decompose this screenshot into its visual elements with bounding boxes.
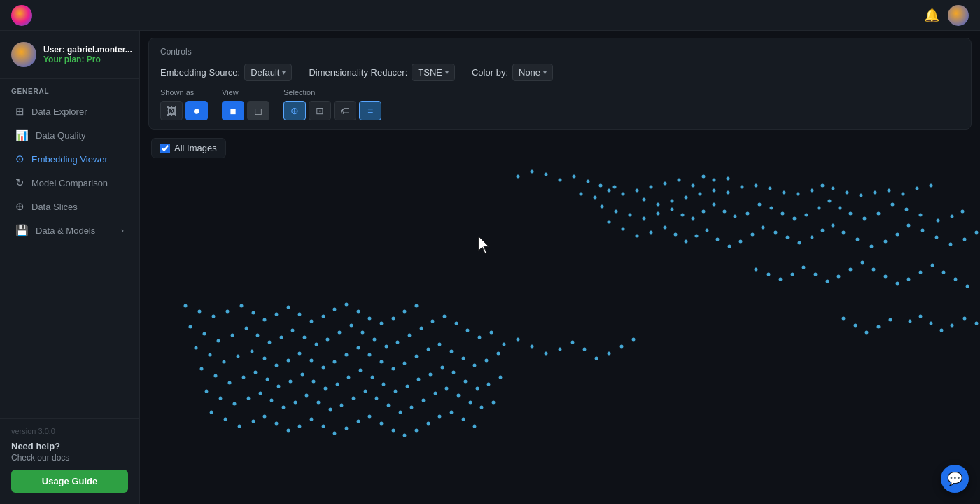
selection-tag-button[interactable]: 🏷 <box>334 101 356 120</box>
svg-point-28 <box>755 184 758 188</box>
svg-point-129 <box>268 341 272 344</box>
svg-point-216 <box>387 404 391 407</box>
svg-point-0 <box>517 175 520 178</box>
sidebar-item-data-models[interactable]: 💾 Data & Models › <box>4 218 135 242</box>
svg-point-169 <box>438 343 442 346</box>
svg-point-47 <box>671 208 674 211</box>
svg-point-130 <box>280 336 284 340</box>
svg-point-12 <box>636 189 639 192</box>
svg-point-121 <box>403 310 407 314</box>
user-avatar[interactable] <box>948 5 969 26</box>
svg-point-125 <box>217 340 220 343</box>
svg-point-144 <box>443 315 447 318</box>
svg-point-233 <box>298 425 302 428</box>
embedding-source-dropdown[interactable]: Default ▾ <box>244 64 292 81</box>
svg-point-26 <box>727 191 730 195</box>
svg-point-182 <box>289 380 293 384</box>
all-images-checkbox[interactable] <box>160 144 170 153</box>
svg-point-180 <box>266 378 270 382</box>
svg-point-6 <box>599 184 603 188</box>
svg-point-190 <box>382 383 386 386</box>
scatter-plot-container[interactable] <box>140 158 980 504</box>
shown-as-group: Shown as 🖼 ● <box>160 88 208 120</box>
svg-point-276 <box>942 271 946 274</box>
svg-point-220 <box>434 392 438 396</box>
help-link[interactable]: Check our docs <box>11 453 128 463</box>
svg-point-135 <box>338 331 342 335</box>
svg-point-115 <box>333 308 337 312</box>
svg-point-245 <box>438 415 442 419</box>
notifications-icon[interactable]: 🔔 <box>924 8 939 23</box>
svg-point-100 <box>949 243 953 246</box>
selection-lasso-button[interactable]: ⊡ <box>309 101 331 120</box>
sidebar-item-data-quality[interactable]: 📊 Data Quality <box>4 123 135 147</box>
view-outline-button[interactable]: □ <box>247 101 270 120</box>
svg-point-70 <box>951 215 954 218</box>
svg-point-109 <box>263 318 267 322</box>
controls-top-row: Embedding Source: Default ▾ Dimensionali… <box>160 64 960 81</box>
svg-point-214 <box>364 390 368 393</box>
shown-as-dot-button[interactable]: ● <box>186 101 208 120</box>
svg-point-40 <box>916 187 919 190</box>
svg-point-136 <box>350 324 354 328</box>
svg-point-13 <box>650 186 653 189</box>
svg-point-251 <box>531 345 534 349</box>
svg-point-268 <box>849 268 853 272</box>
svg-point-65 <box>877 212 881 216</box>
dim-reducer-arrow: ▾ <box>445 69 449 76</box>
svg-point-185 <box>324 387 328 391</box>
model-comparison-icon: ↻ <box>15 176 24 189</box>
svg-point-113 <box>310 320 314 323</box>
svg-point-10 <box>608 189 611 192</box>
svg-point-231 <box>275 422 279 426</box>
selection-zoom-button[interactable]: ⊕ <box>284 101 306 120</box>
shown-as-image-button[interactable]: 🖼 <box>160 101 183 120</box>
svg-point-23 <box>685 196 688 200</box>
svg-point-103 <box>184 304 188 308</box>
chat-button[interactable]: 💬 <box>941 465 969 493</box>
svg-point-172 <box>473 364 477 368</box>
sidebar-item-data-explorer[interactable]: ⊞ Data Explorer <box>4 99 135 123</box>
dim-reducer-dropdown[interactable]: TSNE ▾ <box>412 64 455 81</box>
svg-point-177 <box>228 382 232 385</box>
svg-point-84 <box>751 233 755 237</box>
sidebar-item-model-comparison[interactable]: ↻ Model Comparison <box>4 171 135 195</box>
svg-point-286 <box>842 317 846 321</box>
svg-point-189 <box>371 376 374 379</box>
sidebar-data-models-label: Data & Models <box>36 225 95 236</box>
svg-point-21 <box>657 203 660 206</box>
view-label: View <box>222 88 270 97</box>
data-models-icon: 💾 <box>15 224 29 237</box>
svg-point-215 <box>375 397 379 400</box>
svg-point-49 <box>692 217 695 220</box>
svg-point-119 <box>380 322 384 326</box>
svg-point-209 <box>305 394 309 398</box>
sidebar-item-embedding-viewer[interactable]: ⊙ Embedding Viewer <box>4 147 135 171</box>
svg-point-67 <box>905 208 909 211</box>
svg-point-160 <box>333 360 337 364</box>
svg-point-118 <box>368 317 372 321</box>
svg-point-223 <box>469 401 472 405</box>
svg-point-282 <box>930 322 933 326</box>
svg-point-208 <box>294 401 298 405</box>
svg-point-55 <box>758 203 762 206</box>
svg-point-112 <box>298 313 302 316</box>
color-by-dropdown[interactable]: None ▾ <box>512 64 553 81</box>
svg-point-59 <box>805 214 808 217</box>
svg-point-269 <box>861 261 864 265</box>
usage-guide-button[interactable]: Usage Guide <box>11 470 128 493</box>
view-group: View ■ □ <box>222 88 270 120</box>
controls-panel: Controls Embedding Source: Default ▾ Dim… <box>148 38 972 130</box>
all-images-filter[interactable]: All Images <box>151 138 226 158</box>
app-logo[interactable] <box>11 5 32 26</box>
svg-point-156 <box>287 359 290 363</box>
view-filled-button[interactable]: ■ <box>222 101 244 120</box>
svg-point-239 <box>368 415 372 419</box>
svg-point-191 <box>394 390 398 393</box>
svg-point-41 <box>930 184 933 188</box>
svg-point-194 <box>429 373 433 377</box>
sidebar-item-data-slices[interactable]: ⊕ Data Slices <box>4 195 135 218</box>
filter-row: All Images <box>140 130 980 158</box>
selection-list-button[interactable]: ≡ <box>359 101 382 120</box>
sidebar-footer: version 3.0.0 Need help? Check our docs … <box>0 418 139 493</box>
